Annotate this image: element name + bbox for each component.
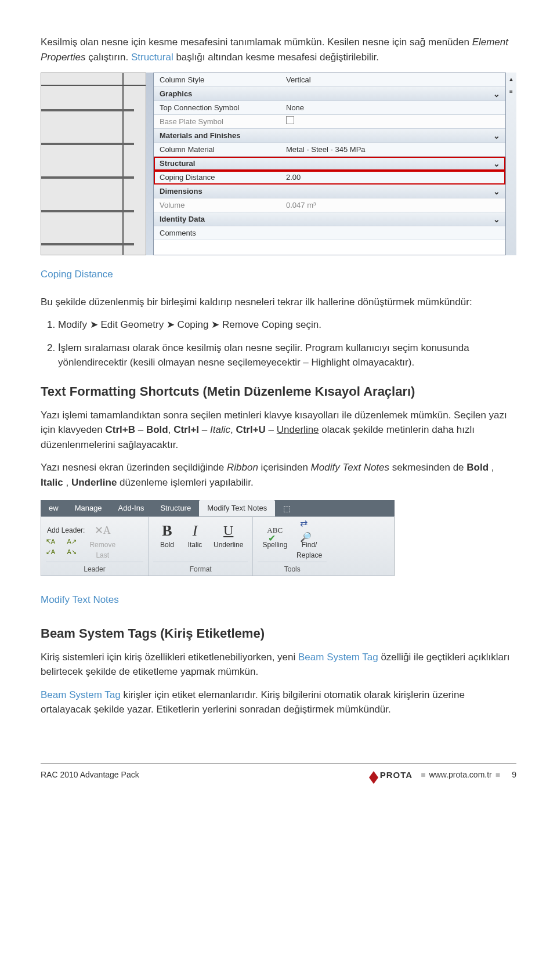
prota-logo: PROTA	[369, 769, 413, 782]
steps-list: Modify ➤ Edit Geometry ➤ Coping ➤ Remove…	[58, 317, 516, 370]
footer-url: www.prota.com.tr	[429, 769, 492, 781]
checkbox[interactable]	[286, 116, 294, 124]
intro-text-c: başlığı altından kesme mesafesi değiştir…	[176, 52, 379, 63]
section-heading-shortcuts: Text Formatting Shortcuts (Metin Düzenle…	[41, 382, 516, 401]
expander-icon[interactable]: ⌄	[492, 89, 501, 98]
step-2: İşlem sıralaması olarak önce kesilmiş ol…	[58, 341, 516, 370]
leader-bottom-left-icon[interactable]: ↙A	[46, 547, 55, 556]
remove-last-icon: ✕A	[93, 521, 112, 540]
intro-paragraph: Kesilmiş olan nesne için kesme mesafesin…	[41, 35, 516, 64]
leader-top-left-icon[interactable]: ↸A	[46, 537, 55, 546]
property-value[interactable]: Metal - Steel - 345 MPa	[281, 144, 505, 156]
fig-caption: Coping Distance	[41, 267, 516, 282]
group-label-leader: Leader	[46, 562, 143, 574]
prota-logo-icon	[369, 766, 378, 778]
bold-icon: B	[158, 521, 176, 540]
underline-button[interactable]: U Underline	[209, 520, 248, 562]
leader-bottom-right-icon[interactable]: A↘	[67, 547, 77, 556]
tab-structure[interactable]: Structure	[152, 500, 199, 516]
leader-top-right-icon[interactable]: A↗	[67, 537, 77, 546]
footer-left: RAC 2010 Advantage Pack	[41, 769, 369, 781]
property-key: Coping Distance	[154, 172, 281, 183]
intro-term: Structural	[131, 52, 173, 63]
spelling-button[interactable]: ABC✔ Spelling	[258, 520, 292, 562]
beam-para-1: Kiriş sistemleri için kiriş özellikleri …	[41, 650, 516, 679]
add-leader-label: Add Leader:	[46, 525, 85, 536]
underline-icon: U	[219, 521, 238, 540]
property-row[interactable]: Graphics⌄	[154, 87, 505, 101]
ribbon-expand-icon[interactable]: ⬚	[275, 500, 299, 516]
tab-ew[interactable]: ew	[41, 500, 67, 516]
expander-icon[interactable]: ⌄	[492, 187, 501, 196]
expander-icon[interactable]: ⌄	[492, 215, 501, 223]
bold-button[interactable]: B Bold	[153, 520, 181, 562]
ribbon-group-format: B Bold I Italic U Underline Format	[149, 517, 253, 576]
property-key: Comments	[154, 227, 281, 239]
property-row[interactable]: Column MaterialMetal - Steel - 345 MPa	[154, 143, 505, 157]
page-number: 9	[512, 769, 516, 781]
property-row[interactable]: Top Connection SymbolNone	[154, 101, 505, 115]
beam-term-2: Beam System Tag	[41, 689, 121, 700]
property-row[interactable]: Identity Data⌄	[154, 212, 505, 226]
italic-icon: I	[186, 521, 204, 540]
property-value[interactable]	[281, 116, 505, 128]
dot-separator: ■	[421, 769, 425, 781]
find-replace-icon: ⇄🔎	[300, 521, 319, 540]
property-key: Column Material	[154, 144, 281, 156]
step-1: Modify ➤ Edit Geometry ➤ Coping ➤ Remove…	[58, 317, 516, 332]
beam-para-2: Beam System Tag kirişler için etiket ele…	[41, 688, 516, 717]
property-row[interactable]: Volume0.047 m³	[154, 198, 505, 212]
key-ctrl-i: Ctrl+I	[173, 424, 199, 435]
section-heading-beam: Beam System Tags (Kiriş Etiketleme)	[41, 624, 516, 643]
spelling-icon: ABC✔	[266, 521, 284, 540]
property-row[interactable]: Coping Distance2.00	[154, 171, 505, 185]
page-footer: RAC 2010 Advantage Pack PROTA ■ www.prot…	[41, 764, 516, 782]
property-key: Top Connection Symbol	[154, 102, 281, 114]
properties-screenshot: Column StyleVerticalGraphics⌄Top Connect…	[41, 73, 516, 255]
remove-last-button[interactable]: ✕A Remove Last	[85, 520, 120, 562]
italic-button[interactable]: I Italic	[181, 520, 209, 562]
property-value[interactable]: 0.047 m³	[281, 200, 505, 211]
group-label-tools: Tools	[258, 562, 327, 574]
property-key: Base Plate Symbol	[154, 116, 281, 128]
intro-text-a: Kesilmiş olan nesne için kesme mesafesin…	[41, 37, 472, 48]
group-label-format: Format	[153, 562, 248, 574]
property-value[interactable]: Vertical	[281, 74, 505, 86]
tab-addins[interactable]: Add-Ins	[110, 500, 153, 516]
property-header-label: Graphics	[154, 88, 281, 100]
property-key: Column Style	[154, 74, 281, 86]
shortcuts-para-2: Yazı nesnesi ekran üzerinden seçildiğind…	[41, 460, 516, 490]
beam-term: Beam System Tag	[298, 652, 378, 663]
property-key: Volume	[154, 200, 281, 211]
property-grid: Column StyleVerticalGraphics⌄Top Connect…	[153, 73, 506, 255]
scrollbar[interactable]: ▲ ≡	[506, 73, 516, 255]
property-value[interactable]: None	[281, 102, 505, 114]
property-header-label: Identity Data	[154, 214, 281, 225]
ribbon-tabs: ew Manage Add-Ins Structure Modify Text …	[41, 500, 395, 516]
property-row[interactable]: Materials and Finishes⌄	[154, 129, 505, 143]
property-row[interactable]: Column StyleVertical	[154, 73, 505, 87]
property-row[interactable]: Comments	[154, 226, 505, 240]
ribbon-group-leader: Add Leader: ↸A A↗ ↙A A↘ ✕A Remove Last L…	[41, 517, 149, 576]
find-replace-button[interactable]: ⇄🔎 Find/ Replace	[292, 520, 327, 562]
property-header-label: Structural	[154, 158, 281, 169]
ribbon-body: Add Leader: ↸A A↗ ↙A A↘ ✕A Remove Last L…	[41, 516, 395, 576]
scroll-thumb[interactable]: ≡	[509, 87, 513, 96]
tab-modify-text-notes[interactable]: Modify Text Notes	[199, 500, 275, 516]
tab-manage[interactable]: Manage	[67, 500, 110, 516]
prota-logo-text: PROTA	[380, 769, 413, 782]
mid-text: Bu şekilde düzenlenmiş bir birleşimi kal…	[41, 295, 516, 310]
property-row[interactable]: Dimensions⌄	[154, 185, 505, 198]
dot-separator-2: ■	[495, 769, 500, 781]
property-header-label: Dimensions	[154, 186, 281, 197]
property-row[interactable]: Base Plate Symbol	[154, 115, 505, 129]
expander-icon[interactable]: ⌄	[492, 159, 501, 168]
key-ctrl-u: Ctrl+U	[236, 424, 265, 435]
add-leader-icons: Add Leader: ↸A A↗ ↙A A↘	[46, 525, 85, 556]
ribbon-group-tools: ABC✔ Spelling ⇄🔎 Find/ Replace Tools	[253, 517, 331, 576]
property-value[interactable]: 2.00	[281, 172, 505, 183]
property-row[interactable]: Structural⌄	[154, 157, 505, 171]
expander-icon[interactable]: ⌄	[492, 131, 501, 140]
viewport-divider	[146, 73, 153, 255]
fig-caption-2: Modify Text Notes	[41, 592, 516, 607]
